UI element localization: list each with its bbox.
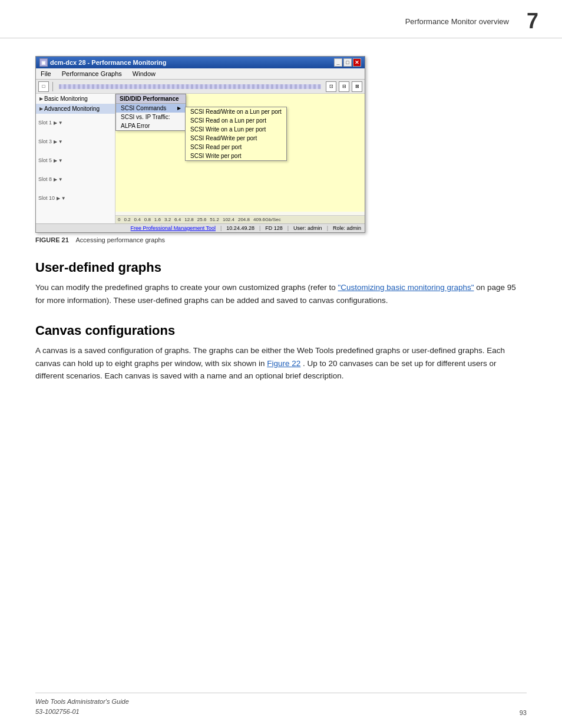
status-fd: FD 128 xyxy=(265,225,283,231)
status-user: User: admin xyxy=(293,225,322,231)
status-ip: 10.24.49.28 xyxy=(226,225,254,231)
app-icon: ▣ xyxy=(39,58,48,67)
scsi-ip-traffic-label: SCSI vs. IP Traffic: xyxy=(121,114,170,120)
page-header: Performance Monitor overview 7 xyxy=(0,0,562,38)
status-management-link[interactable]: Free Professional Management Tool xyxy=(131,225,216,231)
footer-page-number: 93 xyxy=(520,709,527,716)
menu-window[interactable]: Window xyxy=(130,70,158,78)
app-window: ▣ dcm-dcx 28 - Performance Monitoring _ … xyxy=(35,56,365,233)
page-number: 7 xyxy=(527,11,538,32)
menu1-title: SID/DID Performance xyxy=(116,94,186,104)
x-label-16: 1.6 xyxy=(154,217,161,222)
x-label-2048: 204.8 xyxy=(238,217,250,222)
slot-10-label: Slot 10 ▶ ▼ xyxy=(36,192,115,210)
status-role: Role: admin xyxy=(333,225,361,231)
figure-container: ▣ dcm-dcx 28 - Performance Monitoring _ … xyxy=(35,56,527,243)
app-body: ▶ Basic Monitoring ▶ Advanced Monitoring… xyxy=(36,94,365,223)
status-sep-2: | xyxy=(259,225,260,231)
x-label-64: 6.4 xyxy=(174,217,181,222)
menu2-item-5[interactable]: SCSI Read per port xyxy=(186,143,286,151)
x-axis: 0 0.2 0.4 0.8 1.6 3.2 6.4 12.8 25.6 51.2… xyxy=(115,215,365,223)
section-heading-user-defined: User-defined graphs xyxy=(35,260,527,275)
menu2-item-4[interactable]: SCSI Read/Write per port xyxy=(186,134,286,143)
footer-guide-name: Web Tools Administrator's Guide xyxy=(35,697,129,707)
slot-5-label: Slot 5 ▶ ▼ xyxy=(36,154,115,173)
alpa-error-label: ALPA Error xyxy=(121,123,150,129)
menu-file[interactable]: File xyxy=(38,70,54,78)
advanced-monitoring-label: Advanced Monitoring xyxy=(44,106,100,112)
x-label-1024: 102.4 xyxy=(223,217,234,222)
menu2-label-3: SCSI Write on a Lun per port xyxy=(190,126,266,133)
section-body-user-defined: You can modify the predefined graphs to … xyxy=(35,281,527,307)
menu2-item-2[interactable]: SCSI Read on a Lun per port xyxy=(186,116,286,125)
minimize-button[interactable]: _ xyxy=(334,58,342,67)
x-label-08: 0.8 xyxy=(144,217,151,222)
status-sep-1: | xyxy=(220,225,222,231)
toolbar-progress-bar xyxy=(59,84,321,89)
menu2-item-1[interactable]: SCSI Read/Write on a Lun per port xyxy=(186,107,286,116)
figure-number: FIGURE 21 xyxy=(35,236,69,243)
menu-performance-graphs[interactable]: Performance Graphs xyxy=(59,70,124,78)
app-title: dcm-dcx 28 - Performance Monitoring xyxy=(50,59,166,66)
toolbar-icon-1[interactable]: □ xyxy=(38,81,49,92)
x-label-256: 25.6 xyxy=(197,217,207,222)
advanced-monitoring-item[interactable]: ▶ Advanced Monitoring xyxy=(36,104,115,114)
status-sep-4: | xyxy=(327,225,328,231)
menu1-alpa-error[interactable]: ALPA Error xyxy=(116,121,186,130)
toolbar-icon-3[interactable]: ⊟ xyxy=(339,81,349,92)
toolbar-icon-2[interactable]: ⊡ xyxy=(326,81,336,92)
footer-left: Web Tools Administrator's Guide 53-10027… xyxy=(35,697,129,716)
menu1-scsi-commands[interactable]: SCSI Commands ▶ xyxy=(116,104,186,113)
slot-3-label: Slot 3 ▶ ▼ xyxy=(36,135,115,154)
app-statusbar: Free Professional Management Tool | 10.2… xyxy=(36,223,365,232)
left-panel: ▶ Basic Monitoring ▶ Advanced Monitoring… xyxy=(36,94,115,223)
titlebar-left: ▣ dcm-dcx 28 - Performance Monitoring xyxy=(39,58,166,67)
status-sep-3: | xyxy=(287,225,289,231)
main-content: ▣ dcm-dcx 28 - Performance Monitoring _ … xyxy=(0,38,562,416)
x-label-0: 0 xyxy=(118,217,120,222)
toolbar-icon-4[interactable]: ⊠ xyxy=(352,81,362,92)
menu2-label-4: SCSI Read/Write per port xyxy=(190,135,257,141)
toolbar-separator xyxy=(52,82,53,91)
menu2-item-6[interactable]: SCSI Write per port xyxy=(186,151,286,160)
section-heading-canvas: Canvas configurations xyxy=(35,323,527,338)
menu2-item-3[interactable]: SCSI Write on a Lun per port xyxy=(186,125,286,134)
dropdown-menu-2: SCSI Read/Write on a Lun per port SCSI R… xyxy=(185,107,287,161)
page-footer: Web Tools Administrator's Guide 53-10027… xyxy=(35,693,527,716)
app-menubar: File Performance Graphs Window xyxy=(36,68,365,80)
app-toolbar: □ ⊡ ⊟ ⊠ xyxy=(36,80,365,94)
header-title: Performance Monitor overview xyxy=(405,17,509,26)
figure-22-link[interactable]: Figure 22 xyxy=(267,359,300,368)
menu1-scsi-ip-traffic[interactable]: SCSI vs. IP Traffic: xyxy=(116,113,186,121)
menu2-label-5: SCSI Read per port xyxy=(190,144,242,150)
titlebar-controls[interactable]: _ □ ✕ xyxy=(334,58,361,67)
submenu-arrow: ▶ xyxy=(177,106,181,111)
basic-monitoring-label: Basic Monitoring xyxy=(44,95,88,102)
footer-doc-number: 53-1002756-01 xyxy=(35,707,129,717)
x-label-04: 0.4 xyxy=(134,217,141,222)
app-titlebar: ▣ dcm-dcx 28 - Performance Monitoring _ … xyxy=(36,57,365,68)
expand-icon-2: ▶ xyxy=(39,106,43,111)
dropdown-menu-1: SID/DID Performance SCSI Commands ▶ SCSI… xyxy=(115,94,186,131)
section-body-canvas: A canvas is a saved configuration of gra… xyxy=(35,344,527,383)
maximize-button[interactable]: □ xyxy=(343,58,352,67)
x-label-4096: 409.6Gb/Sec xyxy=(253,217,281,222)
x-label-128: 12.8 xyxy=(184,217,194,222)
x-label-02: 0.2 xyxy=(124,217,130,222)
menu2-label-6: SCSI Write per port xyxy=(190,153,242,159)
basic-monitoring-item[interactable]: ▶ Basic Monitoring xyxy=(36,94,115,104)
x-label-32: 3.2 xyxy=(164,217,171,222)
close-button[interactable]: ✕ xyxy=(353,58,361,67)
slot-1-label: Slot 1 ▶ ▼ xyxy=(36,116,115,135)
dropdown-area: SID/DID Performance SCSI Commands ▶ SCSI… xyxy=(115,94,365,223)
scsi-commands-label: SCSI Commands xyxy=(121,105,166,111)
customizing-graphs-link[interactable]: "Customizing basic monitoring graphs" xyxy=(338,283,474,292)
figure-caption: FIGURE 21 Accessing performance graphs xyxy=(35,236,165,243)
menu2-label-1: SCSI Read/Write on a Lun per port xyxy=(190,108,282,115)
menu2-label-2: SCSI Read on a Lun per port xyxy=(190,117,266,124)
x-label-512: 51.2 xyxy=(210,217,219,222)
slot-8-label: Slot 8 ▶ ▼ xyxy=(36,173,115,192)
figure-caption-text: Accessing performance graphs xyxy=(75,236,165,243)
expand-icon: ▶ xyxy=(39,96,43,101)
